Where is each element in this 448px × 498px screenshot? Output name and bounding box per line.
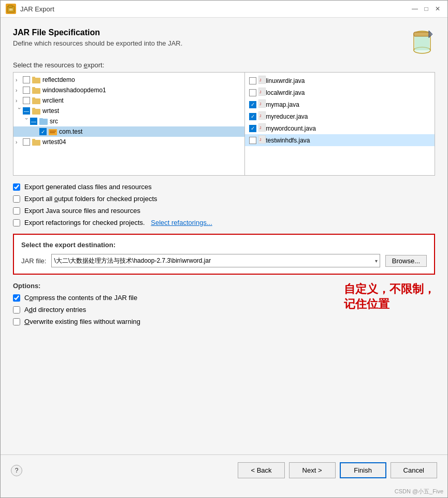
option-label-overwrite[interactable]: Overwrite existing files without warning — [24, 318, 140, 325]
checkbox-compress[interactable] — [13, 294, 20, 302]
finish-button[interactable]: Finish — [340, 462, 386, 478]
java-file-icon: J — [258, 111, 266, 121]
checkbox-overwrite[interactable] — [13, 318, 20, 325]
tree-item-label: src — [50, 118, 58, 125]
checkbox-windowshadoopdemo1[interactable] — [23, 87, 30, 94]
option-label-export-output[interactable]: Export all output folders for checked pr… — [24, 195, 157, 203]
file-item-linuxwrdir[interactable]: J linuxwrdir.java — [245, 75, 435, 87]
jar-file-label: JAR file: — [21, 257, 46, 265]
project-icon — [32, 76, 40, 84]
option-label-compress[interactable]: Compress the contents of the JAR file — [24, 294, 137, 302]
files-panel[interactable]: J linuxwrdir.java J loc — [245, 73, 435, 175]
checkbox-mymap[interactable]: ✓ — [249, 101, 256, 108]
tree-panel[interactable]: › reflectdemo › — [13, 73, 245, 175]
destination-row: JAR file: ▾ Browse... — [21, 254, 427, 267]
option-label-export-refactor[interactable]: Export refactorings for checked projects… — [24, 219, 147, 226]
tree-item-src[interactable]: › — src — [13, 116, 244, 126]
java-file-icon: J — [258, 76, 266, 86]
file-item-mymap[interactable]: ✓ J mymap.java — [245, 98, 435, 110]
chevron-right-icon: › — [16, 88, 23, 93]
checkbox-export-source[interactable] — [13, 207, 20, 215]
minimize-button[interactable]: — — [410, 4, 420, 13]
svg-rect-2 — [9, 8, 13, 11]
file-item-mywordcount[interactable]: ✓ J mywordcount.java — [245, 122, 435, 134]
help-button[interactable]: ? — [11, 465, 22, 476]
cancel-button[interactable]: Cancel — [391, 462, 437, 478]
file-item-testwinhdfs[interactable]: J testwinhdfs.java — [245, 134, 435, 146]
java-file-icon: J — [258, 135, 266, 145]
option-label-export-source[interactable]: Export Java source files and resources — [24, 207, 140, 215]
checkbox-localwrdir[interactable] — [249, 89, 256, 96]
jar-file-input[interactable] — [54, 257, 374, 264]
dropdown-arrow-icon[interactable]: ▾ — [375, 258, 378, 264]
checkbox-reflectdemo[interactable] — [23, 76, 30, 83]
option-label-export-class[interactable]: Export generated class files and resourc… — [24, 183, 152, 191]
checkbox-export-class[interactable] — [13, 183, 20, 191]
checkbox-testwinhdfs[interactable] — [249, 137, 256, 144]
option-export-class[interactable]: Export generated class files and resourc… — [13, 183, 435, 191]
option-export-output[interactable]: Export all output folders for checked pr… — [13, 195, 435, 203]
tree-item-wrclient[interactable]: › wrclient — [13, 95, 244, 106]
page-header-text: JAR File Specification Define which reso… — [13, 28, 182, 47]
svg-text:J: J — [259, 138, 262, 141]
svg-rect-17 — [32, 97, 35, 100]
svg-rect-21 — [39, 118, 43, 121]
file-label: mymap.java — [266, 101, 299, 108]
checkbox-export-output[interactable] — [13, 195, 20, 203]
chevron-right-icon: › — [16, 77, 23, 83]
tree-item-label: reflectdemo — [42, 76, 75, 83]
next-button[interactable]: Next > — [289, 462, 336, 478]
tree-item-reflectdemo[interactable]: › reflectdemo — [13, 75, 244, 85]
project-icon — [32, 138, 40, 146]
window-icon — [6, 4, 16, 14]
file-item-myreducer[interactable]: ✓ J myreducer.java — [245, 110, 435, 122]
footer-left: ? — [11, 465, 22, 476]
option-overwrite[interactable]: Overwrite existing files without warning — [13, 318, 334, 325]
file-label: linuxwrdir.java — [266, 77, 305, 84]
spacer — [13, 333, 435, 444]
checkbox-src[interactable]: — — [30, 118, 37, 125]
checkbox-myreducer[interactable]: ✓ — [249, 113, 256, 120]
checkbox-com-test[interactable]: ✓ — [39, 128, 47, 135]
project-icon — [32, 96, 40, 105]
file-item-localwrdir[interactable]: J localwrdir.java — [245, 87, 435, 98]
option-compress[interactable]: Compress the contents of the JAR file — [13, 294, 334, 302]
tree-item-label: wrtest — [42, 107, 59, 115]
chevron-down-icon: › — [24, 118, 30, 125]
jar-file-input-combo[interactable]: ▾ — [51, 254, 380, 267]
file-options-list: Compress the contents of the JAR file Ad… — [13, 294, 334, 325]
tree-item-label: wrtest04 — [42, 138, 66, 146]
svg-rect-1 — [8, 5, 12, 7]
maximize-button[interactable]: □ — [422, 4, 431, 13]
svg-rect-23 — [50, 131, 56, 132]
resources-section: Select the resources to export: › — [13, 61, 435, 176]
resources-panel[interactable]: › reflectdemo › — [13, 72, 435, 176]
tree-item-wrtest04[interactable]: › wrtest04 — [13, 137, 244, 147]
dialog-content: JAR File Specification Define which reso… — [1, 18, 447, 454]
tree-item-com-test[interactable]: › ✓ com.test — [13, 126, 244, 137]
tree-item-windowshadoopdemo1[interactable]: › windowshadoopdemo1 — [13, 85, 244, 95]
close-button[interactable]: ✕ — [433, 4, 442, 13]
browse-button[interactable]: Browse... — [385, 255, 427, 267]
checkbox-wrtest04[interactable] — [23, 138, 30, 146]
checkbox-export-refactor[interactable] — [13, 219, 20, 226]
svg-rect-15 — [32, 87, 35, 90]
package-icon — [49, 127, 57, 136]
option-export-source[interactable]: Export Java source files and resources — [13, 207, 435, 215]
checkbox-wrclient[interactable] — [23, 97, 30, 104]
checkbox-wrtest[interactable]: — — [23, 107, 30, 115]
svg-text:J: J — [259, 126, 262, 130]
option-export-refactor[interactable]: Export refactorings for checked projects… — [13, 219, 435, 226]
option-label-add-dir[interactable]: Add directory entries — [24, 306, 86, 314]
tree-item-wrtest[interactable]: › — wrtest — [13, 106, 244, 116]
svg-rect-19 — [32, 108, 35, 110]
checkbox-mywordcount[interactable]: ✓ — [249, 125, 256, 132]
destination-section: Select the export destination: JAR file:… — [13, 234, 435, 275]
select-refactorings-link[interactable]: Select refactorings... — [151, 219, 212, 226]
back-button[interactable]: < Back — [238, 462, 284, 478]
checkbox-add-dir[interactable] — [13, 306, 20, 314]
option-add-dir[interactable]: Add directory entries — [13, 306, 334, 314]
svg-text:J: J — [259, 114, 262, 118]
checkbox-linuxwrdir[interactable] — [249, 77, 256, 84]
title-bar-left: JAR Export — [6, 4, 54, 14]
